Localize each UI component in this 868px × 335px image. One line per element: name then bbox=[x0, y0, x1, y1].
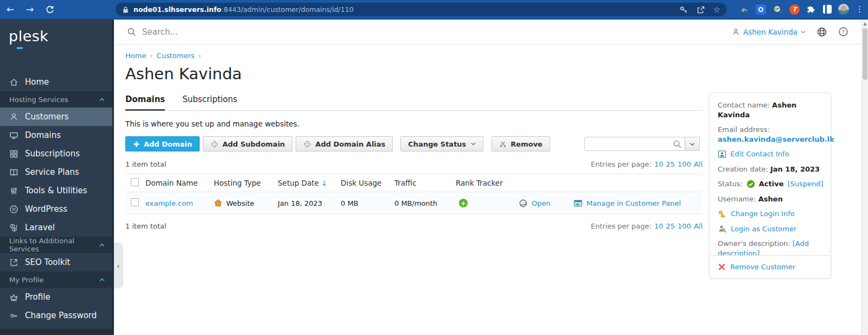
email-link[interactable]: ashen.kavinda@serverclub.lk bbox=[718, 135, 834, 143]
edit-contact-icon bbox=[718, 150, 726, 159]
sidebar-section-links-additional-services[interactable]: Links to Additional Services bbox=[0, 237, 112, 253]
browser-forward-icon[interactable]: → bbox=[24, 3, 36, 15]
login-as-customer-link[interactable]: Login as Customer bbox=[731, 224, 796, 234]
laravel-icon bbox=[9, 223, 18, 232]
extension-o-icon[interactable] bbox=[756, 4, 766, 15]
sidebar-item-customers[interactable]: Customers bbox=[0, 108, 112, 126]
lock-icon[interactable] bbox=[122, 6, 129, 14]
sidebar-item-laravel[interactable]: Laravel bbox=[0, 218, 112, 237]
column-setup-date[interactable]: Setup Date↓ bbox=[278, 179, 341, 187]
extension-split-screen-icon[interactable] bbox=[823, 5, 832, 14]
filter-input[interactable] bbox=[584, 137, 685, 151]
sidebar-section-hosting-services[interactable]: Hosting Services bbox=[0, 91, 112, 108]
entries-option-100[interactable]: 100 bbox=[678, 222, 691, 230]
remove-customer-link[interactable]: Remove Customer bbox=[730, 263, 795, 271]
remove-x-icon bbox=[499, 140, 507, 148]
sort-descending-icon: ↓ bbox=[321, 179, 327, 187]
filter-dropdown-button[interactable] bbox=[685, 137, 700, 151]
sidebar-item-home[interactable]: Home bbox=[0, 73, 112, 91]
entries-option-25[interactable]: 25 bbox=[666, 222, 675, 230]
search-icon bbox=[127, 27, 137, 37]
sidebar-item-change-password[interactable]: Change Password bbox=[0, 306, 112, 325]
browser-profile-avatar[interactable] bbox=[838, 4, 849, 15]
extension-ip-lookup-icon[interactable]: IP bbox=[773, 4, 783, 15]
share-icon[interactable] bbox=[697, 5, 705, 14]
items-total: 1 item total bbox=[125, 160, 167, 168]
user-icon bbox=[732, 28, 740, 36]
url-path: :8443/admin/customer/domains/id/110 bbox=[221, 5, 354, 14]
rank-tracker-add-button[interactable]: + bbox=[459, 199, 468, 207]
filter-search-icon[interactable] bbox=[673, 140, 682, 149]
entries-option-10[interactable]: 10 bbox=[654, 160, 663, 168]
scrollbar-thumb[interactable] bbox=[863, 28, 867, 80]
entries-option-25[interactable]: 25 bbox=[666, 160, 675, 168]
breadcrumb-home-link[interactable]: Home bbox=[125, 52, 146, 60]
add-domain-alias-button[interactable]: Add Domain Alias bbox=[296, 136, 393, 151]
domain-link[interactable]: example.com bbox=[145, 199, 193, 207]
breadcrumb-separator: › bbox=[199, 52, 201, 60]
address-bar[interactable]: node01.slhservers.info:8443/admin/custom… bbox=[116, 3, 727, 16]
sidebar-section-my-profile[interactable]: My Profile bbox=[0, 271, 112, 288]
globe-icon[interactable] bbox=[816, 27, 827, 37]
add-domain-button[interactable]: Add Domain bbox=[125, 136, 200, 151]
edit-contact-info-link[interactable]: Edit Contact Info bbox=[730, 149, 789, 159]
entries-option-100[interactable]: 100 bbox=[678, 160, 691, 168]
column-disk-usage[interactable]: Disk Usage bbox=[341, 179, 394, 187]
page-scrollbar[interactable]: ▲ bbox=[861, 20, 868, 335]
chevron-down-icon bbox=[471, 142, 476, 146]
chevron-down-icon bbox=[801, 30, 806, 34]
column-traffic[interactable]: Traffic bbox=[394, 179, 456, 187]
plesk-logo[interactable]: plesk bbox=[0, 20, 112, 53]
extension-puzzle-icon[interactable] bbox=[806, 4, 816, 15]
remove-button[interactable]: Remove bbox=[492, 136, 550, 151]
browser-refresh-icon[interactable] bbox=[43, 3, 55, 15]
entries-option-all[interactable]: All bbox=[694, 222, 703, 230]
sidebar-item-domains[interactable]: Domains bbox=[0, 126, 112, 144]
extension-arrow-icon[interactable] bbox=[739, 4, 749, 15]
sidebar-item-wordpress[interactable]: W WordPress bbox=[0, 200, 112, 218]
svg-text:IP: IP bbox=[775, 7, 780, 11]
sidebar-item-subscriptions[interactable]: Subscriptions bbox=[0, 144, 112, 163]
help-icon[interactable]: ? bbox=[838, 27, 848, 37]
column-hosting-type[interactable]: Hosting Type bbox=[214, 179, 278, 187]
entries-per-page-label: Entries per page: bbox=[591, 222, 652, 230]
change-login-key-icon bbox=[718, 210, 727, 219]
password-key-icon[interactable] bbox=[679, 5, 688, 14]
change-status-button[interactable]: Change Status bbox=[400, 136, 483, 151]
browser-menu-icon[interactable]: ⋮ bbox=[856, 4, 864, 14]
add-subdomain-button[interactable]: Add Subdomain bbox=[203, 136, 292, 151]
breadcrumb-customers-link[interactable]: Customers bbox=[157, 52, 195, 60]
hosting-type-value: Website bbox=[226, 199, 254, 207]
column-domain-name[interactable]: Domain Name bbox=[145, 179, 214, 187]
user-menu[interactable]: Ashen Kavinda bbox=[732, 28, 806, 36]
creation-date-label: Creation date: bbox=[718, 165, 768, 173]
sidebar-item-profile[interactable]: Profile bbox=[0, 288, 112, 306]
app-header: Ashen Kavinda ? bbox=[114, 20, 861, 45]
change-login-info-link[interactable]: Change Login Info bbox=[731, 209, 795, 219]
scrollbar-up-arrow[interactable]: ▲ bbox=[862, 21, 868, 26]
global-search-input[interactable] bbox=[142, 27, 370, 37]
owner-description-label: Owner's description: bbox=[718, 239, 790, 248]
customers-icon bbox=[9, 112, 18, 122]
sidebar-collapse-handle[interactable]: ‹ bbox=[114, 243, 123, 288]
bookmark-star-icon[interactable]: ☆ bbox=[713, 5, 720, 15]
plus-outline-icon bbox=[210, 140, 219, 148]
sidebar-item-tools-utilities[interactable]: Tools & Utilities bbox=[0, 181, 112, 200]
tabs: Domains Subscriptions bbox=[125, 94, 703, 111]
entries-option-10[interactable]: 10 bbox=[654, 222, 663, 230]
tab-domains[interactable]: Domains bbox=[125, 94, 165, 111]
tab-subscriptions[interactable]: Subscriptions bbox=[182, 94, 237, 110]
column-rank-tracker[interactable]: Rank Tracker bbox=[456, 179, 519, 187]
select-all-checkbox[interactable] bbox=[131, 178, 139, 186]
page-title: Ashen Kavinda bbox=[125, 65, 714, 83]
sidebar-item-service-plans[interactable]: Service Plans bbox=[0, 163, 112, 181]
manage-in-customer-panel-link[interactable]: Manage in Customer Panel bbox=[586, 199, 681, 207]
suspend-link[interactable]: [Suspend] bbox=[788, 179, 824, 189]
row-checkbox[interactable] bbox=[131, 198, 139, 206]
open-link[interactable]: Open bbox=[532, 199, 551, 207]
extension-t-icon[interactable]: T bbox=[789, 4, 800, 15]
browser-back-icon[interactable]: ← bbox=[4, 3, 16, 15]
browser-toolbar: ← → node01.slhservers.info:8443/admin/cu… bbox=[0, 0, 868, 20]
entries-option-all[interactable]: All bbox=[694, 160, 703, 168]
sidebar-item-seo-toolkit[interactable]: SEO Toolkit bbox=[0, 253, 112, 271]
